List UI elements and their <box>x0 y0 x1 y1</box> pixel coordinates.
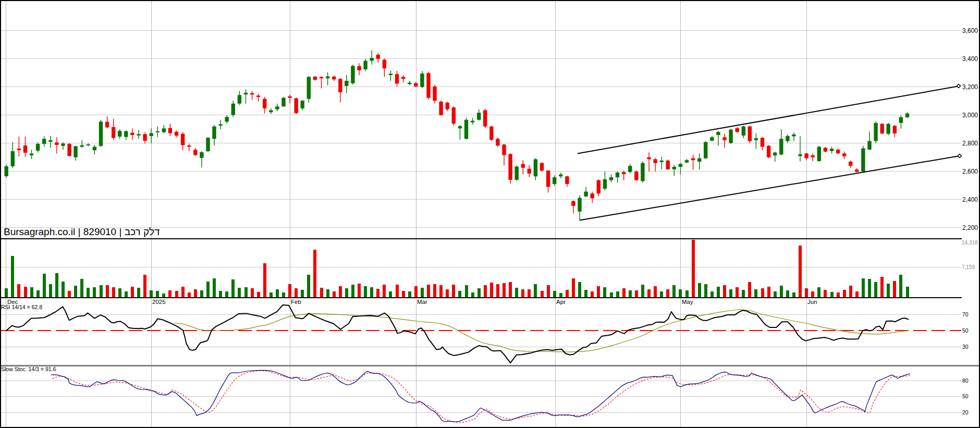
svg-text:20: 20 <box>962 409 969 415</box>
svg-text:50: 50 <box>962 327 969 334</box>
svg-text:RSI 14/14 = 62.8: RSI 14/14 = 62.8 <box>1 304 42 310</box>
svg-text:3,200: 3,200 <box>962 83 978 91</box>
svg-text:3,000: 3,000 <box>962 112 978 119</box>
svg-text:70: 70 <box>962 311 969 317</box>
svg-text:Mar: Mar <box>417 299 427 305</box>
svg-text:Bursagraph.co.il | 829010 | דל: Bursagraph.co.il | 829010 | דלק רכב <box>4 226 160 237</box>
svg-text:May: May <box>682 299 693 305</box>
svg-text:Slow Stoc. 14/3 = 91.6: Slow Stoc. 14/3 = 91.6 <box>1 366 56 372</box>
svg-text:Apr: Apr <box>556 299 566 305</box>
svg-text:3,600: 3,600 <box>962 27 978 34</box>
svg-text:2,600: 2,600 <box>962 168 978 175</box>
svg-text:3,400: 3,400 <box>962 55 978 63</box>
svg-text:80: 80 <box>962 377 969 384</box>
svg-text:2,800: 2,800 <box>962 140 978 147</box>
svg-text:2,400: 2,400 <box>962 196 978 203</box>
svg-text:Jun: Jun <box>807 299 817 305</box>
svg-text:30: 30 <box>962 344 969 350</box>
svg-text:2025: 2025 <box>152 299 166 305</box>
svg-text:50: 50 <box>962 393 969 399</box>
svg-text:2,200: 2,200 <box>962 224 978 231</box>
svg-text:Feb: Feb <box>291 299 301 305</box>
svg-text:14,318: 14,318 <box>962 240 978 246</box>
svg-text:7,159: 7,159 <box>962 264 975 270</box>
